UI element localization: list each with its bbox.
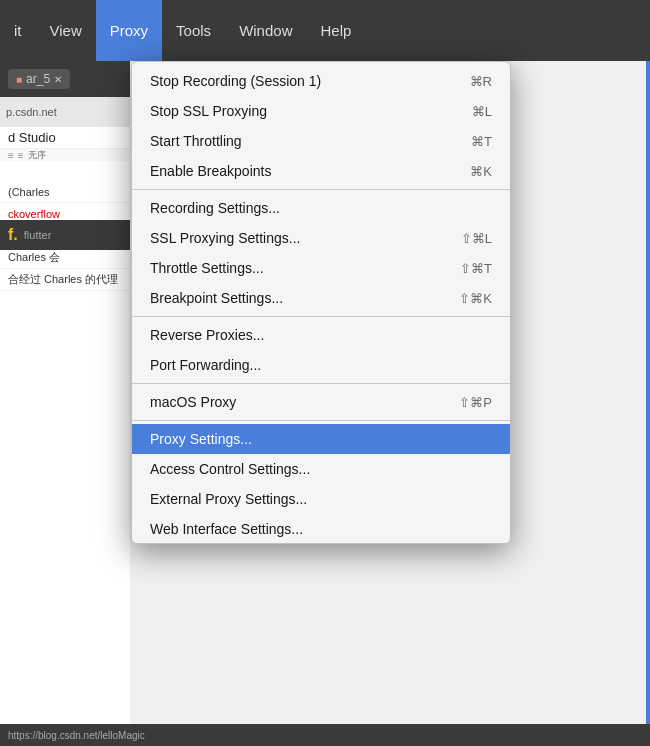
dropdown-section-2: Recording Settings... SSL Proxying Setti… — [132, 193, 510, 313]
dropdown-section-4: macOS Proxy ⇧⌘P — [132, 387, 510, 417]
flutter-bar: f. flutter — [0, 220, 130, 250]
right-accent-bar — [646, 61, 650, 746]
tab-icon: ■ — [16, 74, 22, 85]
dropdown-item-throttle-settings[interactable]: Throttle Settings... ⇧⌘T — [132, 253, 510, 283]
tab-bar: ■ ar_5 ✕ — [0, 61, 130, 97]
tab-item[interactable]: ■ ar_5 ✕ — [8, 69, 70, 89]
page-line-charles1: (Charles — [0, 181, 130, 203]
page-line-1: d Studio — [0, 127, 130, 149]
dropdown-item-start-throttling[interactable]: Start Throttling ⌘T — [132, 126, 510, 156]
dropdown-section-1: Stop Recording (Session 1) ⌘R Stop SSL P… — [132, 62, 510, 186]
page-line-proxy: 合经过 Charles 的代理 — [0, 269, 130, 291]
dropdown-item-port-forwarding[interactable]: Port Forwarding... — [132, 350, 510, 380]
dropdown-item-stop-recording[interactable]: Stop Recording (Session 1) ⌘R — [132, 66, 510, 96]
status-url: https://blog.csdn.net/lelloMagic — [8, 730, 145, 741]
dropdown-section-3: Reverse Proxies... Port Forwarding... — [132, 320, 510, 380]
menu-item-tools[interactable]: Tools — [162, 0, 225, 61]
toolbar-icon-1: ≡ — [8, 150, 14, 161]
dropdown-item-web-interface-settings[interactable]: Web Interface Settings... — [132, 514, 510, 543]
separator-2 — [132, 316, 510, 317]
dropdown-item-proxy-settings[interactable]: Proxy Settings... — [132, 424, 510, 454]
tab-close-icon[interactable]: ✕ — [54, 74, 62, 85]
url-bar: p.csdn.net — [0, 97, 130, 127]
page-line-charles2: Charles 会 — [0, 247, 130, 269]
dropdown-item-access-control-settings[interactable]: Access Control Settings... — [132, 454, 510, 484]
menu-item-proxy[interactable]: Proxy — [96, 0, 162, 61]
separator-3 — [132, 383, 510, 384]
toolbar-icon-2: ≡ — [18, 150, 24, 161]
dropdown-section-5: Proxy Settings... Access Control Setting… — [132, 424, 510, 543]
dropdown-item-recording-settings[interactable]: Recording Settings... — [132, 193, 510, 223]
spacer — [0, 161, 130, 181]
dropdown-item-macos-proxy[interactable]: macOS Proxy ⇧⌘P — [132, 387, 510, 417]
flutter-icon: f. — [8, 226, 18, 244]
menu-item-window[interactable]: Window — [225, 0, 306, 61]
menu-item-help[interactable]: Help — [306, 0, 365, 61]
dropdown-item-ssl-proxying-settings[interactable]: SSL Proxying Settings... ⇧⌘L — [132, 223, 510, 253]
separator-1 — [132, 189, 510, 190]
status-bar: https://blog.csdn.net/lelloMagic — [0, 724, 650, 746]
dropdown-item-enable-breakpoints[interactable]: Enable Breakpoints ⌘K — [132, 156, 510, 186]
toolbar-line: ≡ ≡ 无序 — [0, 149, 130, 161]
dropdown-item-stop-ssl[interactable]: Stop SSL Proxying ⌘L — [132, 96, 510, 126]
dropdown-item-reverse-proxies[interactable]: Reverse Proxies... — [132, 320, 510, 350]
dropdown-item-external-proxy-settings[interactable]: External Proxy Settings... — [132, 484, 510, 514]
menu-bar: it View Proxy Tools Window Help — [0, 0, 650, 61]
menu-item-edit[interactable]: it — [0, 0, 36, 61]
proxy-dropdown-menu: Stop Recording (Session 1) ⌘R Stop SSL P… — [131, 61, 511, 544]
separator-4 — [132, 420, 510, 421]
dropdown-item-breakpoint-settings[interactable]: Breakpoint Settings... ⇧⌘K — [132, 283, 510, 313]
menu-item-view[interactable]: View — [36, 0, 96, 61]
